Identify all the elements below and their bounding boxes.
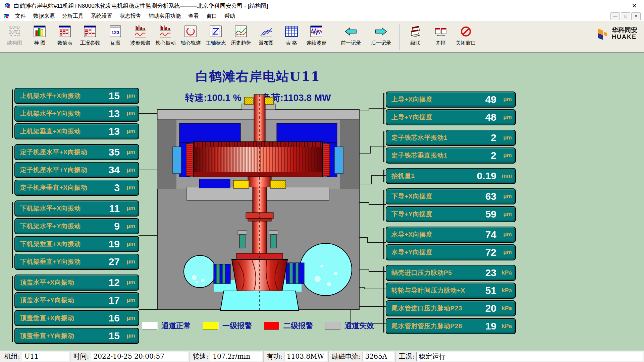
measurement-unit: μm xyxy=(120,149,135,156)
menu-item-1[interactable]: 文件 xyxy=(11,12,30,20)
toolbar-label: 级联 xyxy=(411,40,421,46)
condition-params-button[interactable]: 工况参数 xyxy=(77,24,103,46)
menu-item-4[interactable]: 系统设置 xyxy=(87,12,116,20)
measurement-value: 34 xyxy=(96,164,120,176)
measurement-box[interactable]: 上机架垂直+X向振动13μm xyxy=(14,123,139,139)
toolbar-label: 历史趋势 xyxy=(231,40,251,46)
measurement-box[interactable]: 下导+X向摆度63μm xyxy=(386,188,516,204)
measurement-unit: kPa xyxy=(496,323,512,329)
measurement-box[interactable]: 转轮与导叶间压力脉动+X51kPa xyxy=(386,283,516,299)
menu-item-7[interactable]: 查看 xyxy=(184,12,203,20)
legend-item-4: 通道失效 xyxy=(325,321,374,331)
measurement-box[interactable]: 定子机座水平+X向振动35μm xyxy=(14,144,139,160)
measurement-box[interactable]: 蜗壳进口压力脉动P523kPa xyxy=(386,265,516,281)
minimize-button[interactable]: — xyxy=(610,12,620,20)
toolbar-label: 后一记录 xyxy=(371,40,391,46)
measurement-box[interactable]: 上导+X向摆度49μm xyxy=(386,92,516,108)
numeric-table-button[interactable]: 数值表 xyxy=(52,24,77,46)
right-group-5: 水导+X向摆度74μm水导+Y向摆度72μm xyxy=(386,227,516,260)
measurement-box[interactable]: 上导+Y向摆度48μm xyxy=(386,109,516,125)
measurement-box[interactable]: 上机架水平+Y向振动13μm xyxy=(14,106,139,122)
measurement-box[interactable]: 下导+Y向摆度59μm xyxy=(386,206,516,222)
measurement-box[interactable]: 上机架水平+X向振动15μm xyxy=(14,88,139,104)
document-icon xyxy=(3,13,9,19)
pad-temperature-button[interactable]: 123瓦温 xyxy=(103,24,128,46)
menu-item-9[interactable]: 帮助 xyxy=(221,12,239,20)
measurement-box[interactable]: 下机架水平+Y向振动9μm xyxy=(14,218,139,234)
measurement-box[interactable]: 水导+Y向摆度72μm xyxy=(386,244,516,260)
legend-swatch xyxy=(203,322,218,330)
main-shaft-state-button[interactable]: 主轴状态 xyxy=(203,24,228,46)
left-group-1: 上机架水平+X向振动15μm上机架水平+Y向振动13μm上机架垂直+X向振动13… xyxy=(14,88,139,139)
toolbar-label: 关闭窗口 xyxy=(456,40,476,46)
window-title: 白鹤滩右岸电站#11机组TN8000水轮发电机组稳定性监测分析系统———北京华科… xyxy=(14,2,268,10)
menu-item-6[interactable]: 辅助实用功能 xyxy=(145,12,184,20)
close-window-icon xyxy=(459,24,473,39)
main-canvas: 白鹤滩右岸电站U11 转速:100.1 % 负荷:1103.8 MW xyxy=(0,53,644,351)
toolbar-label: 主轴状态 xyxy=(206,40,226,46)
status-value: U11 xyxy=(22,352,69,361)
measurement-box[interactable]: 下机架垂直+Y向振动27μm xyxy=(14,254,139,270)
trend-icon xyxy=(234,24,248,39)
menu-item-3[interactable]: 分析工具 xyxy=(58,12,87,20)
measurement-box[interactable]: 尾水管肘管压力脉动P2819kPa xyxy=(386,318,516,334)
menu-item-2[interactable]: 数据来源 xyxy=(30,12,58,20)
legend-item-1: 通道正常 xyxy=(142,321,191,331)
measurement-unit: μm xyxy=(120,184,135,191)
left-measurement-column: 上机架水平+X向振动15μm上机架水平+Y向振动13μm上机架垂直+X向振动13… xyxy=(14,88,139,344)
left-group-4: 顶盖水平+X向振动12μm顶盖水平+Y向振动17μm顶盖垂直+X向振动16μm顶… xyxy=(14,275,139,344)
measurement-box[interactable]: 下机架水平+X向振动11μm xyxy=(14,200,139,217)
core-vibration-button[interactable]: 铁心振动 xyxy=(153,24,178,46)
status-label: 有功: xyxy=(264,352,284,361)
measurement-unit: μm xyxy=(496,134,512,141)
measurement-label: 水导+X向摆度 xyxy=(391,230,472,239)
close-window-button[interactable]: 关闭窗口 xyxy=(453,24,478,46)
next-record-button[interactable]: 后一记录 xyxy=(366,24,396,46)
continuous-waveform-button[interactable]: 连续波形 xyxy=(304,24,329,46)
measurement-unit: μm xyxy=(120,241,135,247)
measurement-unit: μm xyxy=(496,114,512,121)
measurement-box[interactable]: 顶盖垂直+X向振动16μm xyxy=(14,310,139,326)
right-group-1: 上导+X向摆度49μm上导+Y向摆度48μm xyxy=(386,92,516,125)
status-field-4: 有功:1103.8MW xyxy=(264,351,329,362)
measurement-box[interactable]: 顶盖垂直+Y向振动15μm xyxy=(14,328,139,344)
status-label: 励磁电流: xyxy=(329,352,363,361)
bars-wave-icon xyxy=(159,24,172,39)
close-icon[interactable]: × xyxy=(629,2,640,10)
measurement-value: 15 xyxy=(96,90,120,102)
cascade-windows-button[interactable]: 级联 xyxy=(403,24,428,46)
measurement-label: 定子铁芯垂直振动1 xyxy=(391,151,472,160)
tile-windows-button[interactable]: 并排 xyxy=(428,24,453,46)
measurement-box[interactable]: 下机架垂直+X向振动19μm xyxy=(14,236,139,252)
previous-record-button[interactable]: 前一记录 xyxy=(336,24,366,46)
measurement-value: 17 xyxy=(96,295,120,306)
measurement-box[interactable]: 定子铁芯垂直振动12μm xyxy=(386,147,516,164)
data-grid-button[interactable]: 表 格 xyxy=(279,24,304,46)
measurement-box[interactable]: 定子机座垂直+X向振动3μm xyxy=(14,180,139,196)
mdi-close-button[interactable]: × xyxy=(631,12,641,20)
measurement-value: 19 xyxy=(472,320,496,332)
measurement-label: 下机架水平+Y向振动 xyxy=(20,222,96,231)
measurement-box[interactable]: 尾水管进口压力脉动P2320kPa xyxy=(386,300,516,316)
measurement-box[interactable]: 抬机量10.19mm xyxy=(386,168,516,184)
bar-graph-button[interactable]: 棒 图 xyxy=(27,24,52,46)
measurement-box[interactable]: 定子铁芯水平振动12μm xyxy=(386,130,516,146)
measurement-value: 49 xyxy=(472,94,496,105)
toolbar-label: 铁心振动 xyxy=(156,40,176,46)
history-trend-button[interactable]: 历史趋势 xyxy=(228,24,254,46)
restore-button[interactable]: □ xyxy=(621,12,630,20)
measurement-box[interactable]: 顶盖水平+Y向振动17μm xyxy=(14,292,139,308)
measurement-box[interactable]: 定子机座水平+Y向振动34μm xyxy=(14,162,139,178)
menu-item-5[interactable]: 状态报告 xyxy=(116,12,145,20)
menu-item-8[interactable]: 窗口 xyxy=(203,12,221,20)
measurement-box[interactable]: 顶盖水平+X向振动12μm xyxy=(14,275,139,291)
arrow-right-icon xyxy=(374,24,388,39)
num-table-icon xyxy=(58,24,72,39)
shaft-orbit-button[interactable]: 轴心轨迹 xyxy=(178,24,203,46)
waveform-spectrum-button[interactable]: 波形频谱 xyxy=(128,24,153,46)
measurement-box[interactable]: 水导+X向摆度74μm xyxy=(386,227,516,243)
measurement-value: 2 xyxy=(472,150,496,161)
waterfall-plot-button[interactable]: 瀑布图 xyxy=(254,24,279,46)
measurement-label: 顶盖水平+X向振动 xyxy=(20,278,96,287)
structure-view-button: 结构图 xyxy=(2,24,27,46)
